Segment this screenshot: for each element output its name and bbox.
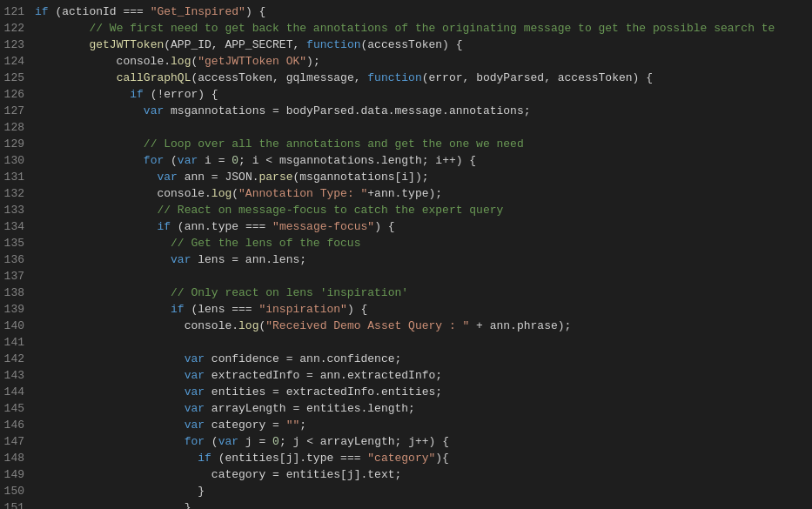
line-number: 137	[0, 268, 35, 285]
table-row: 139 if (lens === "inspiration") {	[0, 301, 812, 318]
line-content: }	[35, 483, 812, 499]
line-content: console.log("Received Demo Asset Query :…	[35, 318, 812, 334]
line-content: category = entities[j].text;	[35, 466, 812, 483]
line-content: getJWTToken(APP_ID, APP_SECRET, function…	[35, 37, 812, 53]
line-content: var extractedInfo = ann.extractedInfo;	[35, 367, 812, 384]
table-row: 132 console.log("Annotation Type: "+ann.…	[0, 185, 812, 202]
table-row: 135 // Get the lens of the focus	[0, 235, 812, 251]
line-number: 136	[0, 251, 35, 268]
line-content: for (var i = 0; i < msgannotations.lengt…	[35, 152, 812, 169]
line-number: 143	[0, 367, 35, 384]
line-number: 126	[0, 86, 35, 103]
line-number: 144	[0, 384, 35, 400]
line-number: 132	[0, 185, 35, 202]
line-content: console.log("Annotation Type: "+ann.type…	[35, 185, 812, 202]
line-content: var msgannotations = bodyParsed.data.mes…	[35, 103, 812, 119]
table-row: 129 // Loop over all the annotations and…	[0, 136, 812, 152]
line-content: if (ann.type === "message-focus") {	[35, 218, 812, 235]
table-row: 147 for (var j = 0; j < arrayLength; j++…	[0, 433, 812, 450]
table-row: 146 var category = "";	[0, 417, 812, 433]
line-number: 146	[0, 417, 35, 433]
table-row: 124 console.log("getJWTToken OK");	[0, 53, 812, 70]
line-content: if (!error) {	[35, 86, 812, 103]
line-number: 122	[0, 20, 35, 37]
line-content: }	[35, 499, 812, 509]
line-number: 133	[0, 202, 35, 218]
table-row: 141	[0, 334, 812, 351]
line-number: 139	[0, 301, 35, 318]
line-content: // React on message-focus to catch the e…	[35, 202, 812, 218]
line-number: 127	[0, 103, 35, 119]
table-row: 143 var extractedInfo = ann.extractedInf…	[0, 367, 812, 384]
table-row: 122 // We first need to get back the ann…	[0, 20, 812, 37]
line-content: // Get the lens of the focus	[35, 235, 812, 251]
line-content: if (entities[j].type === "category"){	[35, 450, 812, 466]
table-row: 134 if (ann.type === "message-focus") {	[0, 218, 812, 235]
line-number: 151	[0, 499, 35, 509]
line-content: callGraphQL(accessToken, gqlmessage, fun…	[35, 70, 812, 86]
table-row: 142 var confidence = ann.confidence;	[0, 351, 812, 367]
line-content: for (var j = 0; j < arrayLength; j++) {	[35, 433, 812, 450]
table-row: 136 var lens = ann.lens;	[0, 251, 812, 268]
table-row: 125 callGraphQL(accessToken, gqlmessage,…	[0, 70, 812, 86]
code-editor: 121if (actionId === "Get_Inspired") {122…	[0, 0, 812, 509]
table-row: 150 }	[0, 483, 812, 499]
line-number: 130	[0, 152, 35, 169]
table-row: 138 // Only react on lens 'inspiration'	[0, 285, 812, 301]
table-row: 149 category = entities[j].text;	[0, 466, 812, 483]
table-row: 130 for (var i = 0; i < msgannotations.l…	[0, 152, 812, 169]
table-row: 140 console.log("Received Demo Asset Que…	[0, 318, 812, 334]
line-number: 149	[0, 466, 35, 483]
table-row: 151 }	[0, 499, 812, 509]
table-row: 127 var msgannotations = bodyParsed.data…	[0, 103, 812, 119]
line-number: 145	[0, 400, 35, 417]
line-content: var lens = ann.lens;	[35, 251, 812, 268]
line-content: if (lens === "inspiration") {	[35, 301, 812, 318]
line-content: // Only react on lens 'inspiration'	[35, 285, 812, 301]
line-number: 141	[0, 334, 35, 351]
table-row: 145 var arrayLength = entities.length;	[0, 400, 812, 417]
line-number: 135	[0, 235, 35, 251]
line-number: 123	[0, 37, 35, 53]
line-content: // We first need to get back the annotat…	[35, 20, 812, 37]
table-row: 121if (actionId === "Get_Inspired") {	[0, 3, 812, 20]
table-row: 131 var ann = JSON.parse(msgannotations[…	[0, 169, 812, 185]
line-content: console.log("getJWTToken OK");	[35, 53, 812, 70]
line-number: 150	[0, 483, 35, 499]
line-content: var confidence = ann.confidence;	[35, 351, 812, 367]
line-content: // Loop over all the annotations and get…	[35, 136, 812, 152]
table-row: 137	[0, 268, 812, 285]
line-number: 125	[0, 70, 35, 86]
line-number: 142	[0, 351, 35, 367]
table-row: 148 if (entities[j].type === "category")…	[0, 450, 812, 466]
line-content: var category = "";	[35, 417, 812, 433]
line-number: 129	[0, 136, 35, 152]
line-content: if (actionId === "Get_Inspired") {	[35, 3, 812, 20]
line-number: 147	[0, 433, 35, 450]
line-number: 134	[0, 218, 35, 235]
line-number: 128	[0, 119, 35, 136]
table-row: 133 // React on message-focus to catch t…	[0, 202, 812, 218]
table-row: 123 getJWTToken(APP_ID, APP_SECRET, func…	[0, 37, 812, 53]
line-number: 131	[0, 169, 35, 185]
line-number: 148	[0, 450, 35, 466]
line-number: 140	[0, 318, 35, 334]
table-row: 126 if (!error) {	[0, 86, 812, 103]
line-number: 124	[0, 53, 35, 70]
line-content: var entities = extractedInfo.entities;	[35, 384, 812, 400]
table-row: 128	[0, 119, 812, 136]
line-content: var arrayLength = entities.length;	[35, 400, 812, 417]
table-row: 144 var entities = extractedInfo.entitie…	[0, 384, 812, 400]
line-number: 121	[0, 3, 35, 20]
line-content: var ann = JSON.parse(msgannotations[i]);	[35, 169, 812, 185]
line-number: 138	[0, 285, 35, 301]
